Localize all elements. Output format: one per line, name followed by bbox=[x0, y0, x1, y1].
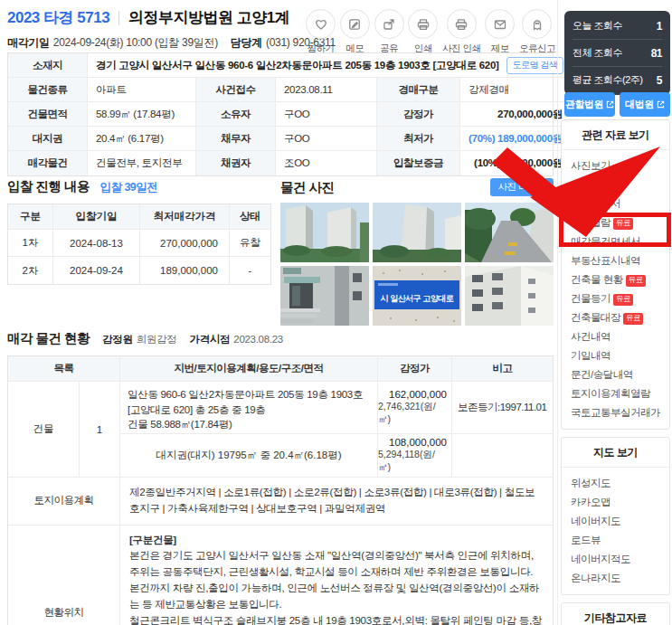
property-photo-towers[interactable] bbox=[280, 203, 369, 262]
table-row: 2024-09-24 bbox=[53, 257, 140, 284]
land-description: 대지권(대지) 19795㎡ 중 20.4㎡(6.18평) bbox=[120, 434, 378, 478]
more-photos-button[interactable]: 사진 더보기 bbox=[490, 178, 554, 196]
etc-reference-box: 기타참고자료 인근진행물건 인근매각사례 예상 배당순서유료 bbox=[561, 602, 670, 625]
related-docs-box: 관련 자료 보기 사진보기 감정평가서 현황조사서 세대열람유료 매각물건명세서… bbox=[561, 119, 670, 430]
paid-badge: 유료 bbox=[613, 218, 633, 230]
property-photo-tower[interactable] bbox=[373, 203, 461, 262]
minimum-price-label: 최저가 bbox=[377, 127, 460, 151]
col-status: 상태 bbox=[230, 204, 270, 230]
print-button[interactable]: 인쇄 bbox=[408, 9, 438, 55]
photo-print-icon bbox=[447, 9, 477, 39]
sidebar-item-household-view[interactable]: 세대열람유료 bbox=[571, 213, 669, 232]
sidebar-item-onnara-map[interactable]: 온나라지도 bbox=[571, 569, 669, 588]
today-views-label: 오늘 조회수 bbox=[573, 19, 622, 33]
sidebar-item-sale-specification[interactable]: 매각물건명세서 bbox=[571, 232, 669, 251]
sidebar-item-building-registry[interactable]: 건물등기유료 bbox=[571, 289, 669, 308]
table-row: 1차 bbox=[8, 230, 53, 257]
building-price: 162,000,000 2,746,321(원/㎡) bbox=[378, 382, 452, 434]
sidebar-item-land-use-plan[interactable]: 토지이용계획열람 bbox=[571, 384, 669, 403]
col-note: 비고 bbox=[452, 356, 553, 382]
error-report-button[interactable]: 오류신고 bbox=[519, 9, 555, 55]
jurisdiction-court-button[interactable]: 관할법원 bbox=[564, 92, 615, 117]
avg-views-label: 평균 조회수(2주) bbox=[573, 73, 643, 87]
sidebar-item-naver-cadastral[interactable]: 네이버지적도 bbox=[571, 550, 669, 569]
sale-date-value: 2024-09-24(화) 10:00 (입찰 39일전) bbox=[53, 36, 218, 49]
minimum-price-value: (70%) 189,000,000원 bbox=[460, 127, 571, 151]
external-link-icon bbox=[657, 100, 665, 109]
debtor-label: 채무자 bbox=[196, 127, 276, 151]
sidebar-item-property-list[interactable]: 부동산표시내역 bbox=[571, 251, 669, 270]
sidebar-item-document-delivery[interactable]: 문건/송달내역 bbox=[571, 365, 669, 384]
sidebar: 관련 자료 보기 사진보기 감정평가서 현황조사서 세대열람유료 매각물건명세서… bbox=[561, 119, 670, 625]
land-right-value: 20.4㎡ (6.17평) bbox=[88, 127, 196, 151]
external-link-icon bbox=[606, 100, 614, 109]
supreme-court-button[interactable]: 대법원 bbox=[620, 92, 670, 117]
case-filed-label: 사건접수 bbox=[196, 78, 276, 102]
building-note: 보존등기:1997.11.01 bbox=[452, 382, 553, 434]
road-sign-text: 시 일산서구 고양대로 bbox=[373, 293, 461, 305]
total-views-label: 전체 조회수 bbox=[573, 46, 622, 60]
memo-button[interactable]: 메모 bbox=[340, 9, 370, 55]
court-link-buttons: 관할법원 대법원 bbox=[564, 92, 670, 117]
table-row: 270,000,000 bbox=[140, 230, 230, 257]
view-count-box: 오늘 조회수1 전체 조회수81 평균 조회수(2주)5 bbox=[564, 11, 670, 95]
table-row: - bbox=[230, 257, 270, 284]
sidebar-item-date-history[interactable]: 기일내역 bbox=[571, 346, 669, 365]
sidebar-item-building-ledger[interactable]: 건축물대장유료 bbox=[571, 308, 669, 327]
dept-label: 담당계 bbox=[231, 36, 262, 49]
price-date-value: 2023.08.23 bbox=[233, 334, 283, 345]
paid-badge: 유료 bbox=[626, 275, 646, 287]
appraisal-label: 감정가 bbox=[377, 102, 460, 127]
property-photo-road[interactable] bbox=[465, 203, 554, 262]
map-view-box: 지도 보기 위성지도 카카오맵 네이버지도 로드뷰 네이버지적도 온나라지도 bbox=[561, 437, 670, 595]
sidebar-item-satellite-map[interactable]: 위성지도 bbox=[571, 474, 669, 493]
auction-detail-page: 2023 타경 5713 의정부지방법원 고양1계 매각기일2024-09-24… bbox=[0, 0, 672, 625]
appraiser-label: 감정원 bbox=[102, 334, 133, 345]
share-button[interactable]: 공유 bbox=[374, 9, 404, 55]
appraisal-value: 270,000,000원 bbox=[460, 102, 571, 127]
address-value: 경기 고양시 일산서구 일산동 960-6 일산2차동문아파트 205동 19층… bbox=[96, 59, 499, 72]
property-photo-entrance[interactable] bbox=[280, 266, 369, 326]
sidebar-item-case-history[interactable]: 사건내역 bbox=[571, 327, 669, 346]
sidebar-item-molit-real-price[interactable]: 국토교통부실거래가 bbox=[571, 403, 669, 422]
bidding-title: 입찰 진행 내용 bbox=[7, 178, 90, 195]
sidebar-item-kakao-map[interactable]: 카카오맵 bbox=[571, 493, 669, 512]
land-price: 108,000,000 5,294,118(원/㎡) bbox=[378, 434, 452, 478]
deposit-value: (10%) 18,900,000원 bbox=[460, 151, 571, 175]
col-appraisal: 감정가 bbox=[378, 356, 452, 382]
status-table: 목록 지번/토지이용계획/용도/구조/면적 감정가 비고 건물 1 일산동 96… bbox=[7, 355, 554, 625]
col-date: 입찰기일 bbox=[53, 204, 140, 230]
sidebar-item-naver-map[interactable]: 네이버지도 bbox=[571, 512, 669, 531]
heart-icon bbox=[306, 9, 336, 39]
col-parcel: 지번/토지이용계획/용도/구조/면적 bbox=[120, 356, 378, 382]
total-views-value: 81 bbox=[651, 47, 662, 60]
property-summary-table: 소재지 경기 고양시 일산서구 일산동 960-6 일산2차동문아파트 205동… bbox=[7, 52, 554, 176]
divider bbox=[118, 11, 119, 25]
favorite-button[interactable]: 찜하기 bbox=[306, 9, 336, 55]
price-date-label: 가격시점 bbox=[189, 334, 230, 345]
photo-section: 물건 사진 사진 더보기 bbox=[280, 178, 554, 326]
category-cell: 건물 bbox=[8, 382, 80, 478]
auction-type-label: 경매구분 bbox=[377, 78, 460, 102]
table-row: 2차 bbox=[8, 257, 53, 284]
bidding-table: 구분 입찰기일 최저매각가격 상태 1차 2024-08-13 270,000,… bbox=[7, 204, 271, 285]
sidebar-item-status-report[interactable]: 현황조사서 bbox=[571, 194, 669, 213]
property-photo-road-sign[interactable]: 시 일산서구 고양대로 bbox=[373, 266, 461, 326]
paid-badge: 유료 bbox=[613, 294, 633, 306]
property-status-section: 매각 물건 현황 감정원희원감정 가격시점2023.08.23 목록 지번/토지… bbox=[7, 330, 554, 625]
photo-print-button[interactable]: 사진 인쇄 bbox=[442, 9, 480, 55]
col-min-price: 최저매각가격 bbox=[140, 204, 230, 230]
creditor-label: 채권자 bbox=[196, 151, 276, 175]
location-row: 현황위치 [구분건물] 본건은 경기도 고양시 일산서구 일산동 소재 "일산역… bbox=[8, 526, 553, 625]
location-value: [구분건물] 본건은 경기도 고양시 일산서구 일산동 소재 "일산역(경의중앙… bbox=[120, 526, 553, 625]
road-name-search-button[interactable]: 도로명 검색 bbox=[506, 57, 564, 74]
related-docs-title: 관련 자료 보기 bbox=[562, 120, 669, 150]
sidebar-item-road-view[interactable]: 로드뷰 bbox=[571, 531, 669, 550]
report-button[interactable]: 제보 bbox=[485, 9, 515, 55]
sidebar-item-photos[interactable]: 사진보기 bbox=[571, 156, 669, 175]
creditor-value: 조OO bbox=[276, 151, 377, 175]
sidebar-item-appraisal-report[interactable]: 감정평가서 bbox=[571, 175, 669, 194]
sidebar-item-building-status[interactable]: 건축물 현황유료 bbox=[571, 270, 669, 289]
property-photo-facade[interactable] bbox=[465, 266, 554, 326]
location-label: 현황위치 bbox=[8, 526, 120, 625]
